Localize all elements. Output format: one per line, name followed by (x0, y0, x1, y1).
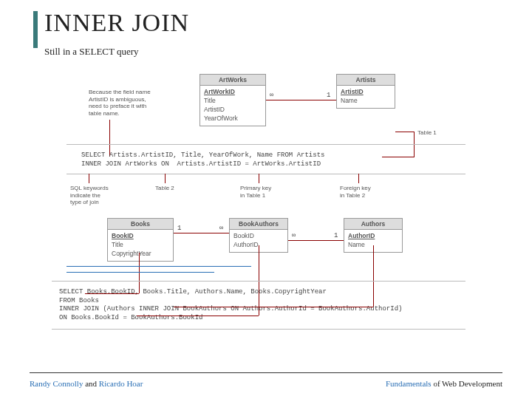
table-artworks: ArtWorks ArtWorkID Title ArtistID YearOf… (200, 74, 266, 126)
table-header: Authors (344, 219, 402, 230)
footer-text: and (83, 379, 98, 388)
table-body: ArtWorkID Title ArtistID YearOfWork (200, 86, 265, 126)
table-body: BookID Title CopyrightYear (108, 230, 173, 261)
accent-bar (33, 11, 38, 48)
divider (66, 266, 251, 267)
cardinality-one: 1 (334, 232, 338, 240)
cardinality-many: ∞ (219, 225, 223, 233)
annotation-table1: Table 1 (417, 129, 437, 137)
connector (174, 307, 373, 307)
connector (174, 233, 229, 233)
table-header: BookAuthors (230, 219, 287, 230)
sql-query-1: SELECT Artists.ArtistID, Title, YearOfWo… (81, 151, 324, 168)
connector (288, 240, 344, 241)
book-link[interactable]: Fundamentals (386, 379, 432, 388)
annotation-fk-t2: Foreign key in Table 2 (340, 185, 371, 199)
table-books: Books BookID Title CopyrightYear (107, 218, 174, 262)
cardinality-many: ∞ (270, 92, 273, 100)
connector (89, 174, 89, 183)
divider (66, 144, 466, 145)
annotation-ambiguous: Because the field name ArtistID is ambig… (89, 89, 151, 117)
annotation-pk-t1: Primary key in Table 1 (240, 185, 271, 199)
table-header: Artists (337, 75, 395, 86)
divider (66, 272, 214, 273)
connector (266, 100, 336, 100)
table-header: ArtWorks (200, 75, 265, 86)
table-artists: Artists ArtistID Name (336, 74, 395, 109)
cardinality-one: 1 (177, 225, 181, 233)
connector (395, 132, 414, 132)
footer-divider (30, 372, 502, 373)
divider (66, 174, 466, 174)
connector (139, 253, 140, 293)
footer-left: Randy Connolly and Ricardo Hoar (30, 379, 143, 388)
diagram-area: ArtWorks ArtWorkID Title ArtistID YearOf… (44, 74, 488, 362)
author-link[interactable]: Randy Connolly (30, 379, 83, 388)
page-subtitle: Still in a SELECT query (44, 46, 139, 58)
connector (165, 174, 166, 183)
author-link[interactable]: Ricardo Hoar (99, 379, 143, 388)
divider (52, 329, 466, 330)
cardinality-one: 1 (327, 92, 330, 100)
connector (358, 174, 359, 183)
connector (382, 157, 415, 157)
divider (52, 281, 466, 282)
connector (137, 316, 259, 316)
footer-right: Fundamentals of Web Development (386, 379, 502, 388)
table-body: ArtistID Name (337, 86, 395, 108)
cardinality-many: ∞ (292, 232, 296, 240)
connector (85, 293, 139, 294)
page-title: INNER JOIN (44, 9, 189, 37)
connector (259, 174, 259, 183)
annotation-sql-keywords: SQL keywords indicate the type of join (70, 185, 109, 206)
table-header: Books (108, 219, 173, 230)
annotation-table2: Table 2 (155, 185, 174, 192)
footer-text: of Web Development (432, 379, 502, 388)
